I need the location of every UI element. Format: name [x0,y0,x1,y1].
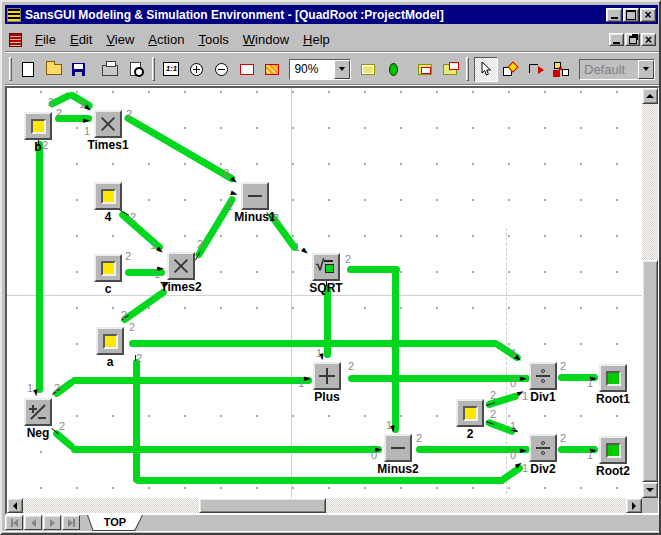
node-sqrt[interactable]: √ [312,253,340,281]
create-link-button[interactable] [525,57,548,82]
node-root1[interactable] [599,364,627,392]
node-plus[interactable] [313,362,341,390]
node-label: SQRT [296,281,356,295]
zoom-combo[interactable]: 90% [289,59,350,80]
document-icon[interactable] [9,33,22,47]
child-restore-icon[interactable] [625,33,640,46]
node-2[interactable] [456,399,484,427]
wire-plus-to-div1[interactable] [348,375,530,382]
wire-times1-to-minus1[interactable] [123,113,236,183]
scroll-right-icon[interactable] [626,498,642,513]
model-canvas[interactable]: √ b Times1 4 c Times2 Minus1 SQRT a Neg … [7,88,642,498]
zoom-in-button[interactable] [185,57,208,82]
node-div2[interactable] [529,434,557,462]
prev-sheet-icon[interactable] [24,515,42,530]
fit-window-icon [361,64,375,75]
first-sheet-icon[interactable] [5,515,23,530]
node-times2[interactable] [167,252,195,280]
actual-size-icon: 1:1 [163,62,179,76]
minus-icon [391,447,405,449]
hierarchy-icon [553,62,569,76]
chevron-down-icon[interactable] [334,60,350,79]
port-label: 2 [42,140,48,150]
wire-neg-to-minus2-b[interactable] [71,446,382,453]
node-neg[interactable] [24,398,52,426]
child-minimize-icon[interactable] [609,33,624,46]
menu-window[interactable]: Window [236,30,296,49]
variable-icon [31,119,46,134]
wire-neg-to-plus-b[interactable] [71,377,312,384]
wire-arrowhead [520,374,527,382]
last-sheet-icon[interactable] [62,515,80,530]
new-file-icon [22,62,34,77]
print-button[interactable] [99,57,122,82]
zoom-selection-icon [265,64,279,75]
close-icon[interactable] [640,8,656,22]
print-preview-button[interactable] [124,57,147,82]
pan-window-icon [418,64,432,75]
next-sheet-icon[interactable] [43,515,61,530]
port-label: 2 [59,421,65,431]
menu-file[interactable]: File [28,30,63,49]
zoom-out-button[interactable] [210,57,233,82]
title-bar[interactable]: SansGUI Modeling & Simulation Environmen… [5,5,658,24]
maximize-icon[interactable] [623,8,639,22]
child-close-icon[interactable] [641,33,656,46]
node-minus2[interactable] [384,434,412,462]
select-tool-button[interactable] [474,57,497,82]
toolbar-grip[interactable] [9,57,12,81]
save-button[interactable] [67,57,90,82]
wire-b-to-neg[interactable] [36,141,43,393]
pan-window-button[interactable] [413,57,436,82]
menu-tools[interactable]: Tools [191,30,235,49]
wire-arrowhead [520,446,527,454]
port-label: 1 [386,420,392,430]
wire-a-to-div2-b[interactable] [135,477,505,484]
node-div1[interactable] [529,362,557,390]
zoom-window-button[interactable] [235,57,258,82]
sheet-tab-top[interactable]: TOP [87,515,143,531]
open-button[interactable] [42,57,65,82]
zoom-selection-button[interactable] [260,57,283,82]
node-4[interactable] [94,182,122,210]
port-label: 2 [197,239,203,249]
node-c[interactable] [94,254,122,282]
menu-help[interactable]: Help [296,30,337,49]
result-icon [606,371,621,386]
hierarchy-button[interactable] [550,57,573,82]
node-minus1[interactable] [241,182,269,210]
port-label: 1 [510,421,516,431]
toolbar-grip[interactable] [466,57,469,81]
wire-sqrt-to-plus[interactable] [324,285,331,358]
node-root2[interactable] [599,436,627,464]
port-label: 1 [84,126,90,136]
create-object-button[interactable] [500,57,523,82]
node-b[interactable] [24,112,52,140]
wire-sqrt-to-minus2-b[interactable] [392,269,399,433]
fit-to-window-button[interactable] [357,57,380,82]
scroll-down-icon[interactable] [642,482,658,498]
port-label: 1 [79,99,85,109]
scroll-up-icon[interactable] [642,88,658,104]
port-label: 0 [371,450,377,460]
ellipse-tool-button[interactable] [382,57,405,82]
printer-icon [102,65,118,76]
actual-size-button[interactable]: 1:1 [160,57,183,82]
wire-arrowhead [304,374,311,382]
menu-edit[interactable]: Edit [63,30,99,49]
node-times1[interactable] [94,110,122,138]
toolbar-grip[interactable] [152,57,155,81]
port-label: 0 [510,378,516,388]
new-view-button[interactable] [438,57,461,82]
menu-action[interactable]: Action [141,30,191,49]
vscroll-thumb[interactable] [642,260,658,482]
wire-a-to-div1-a[interactable] [129,340,499,347]
hscroll-thumb[interactable] [199,498,326,513]
scroll-left-icon[interactable] [7,498,23,513]
port-label: 2 [54,383,60,393]
node-a[interactable] [96,327,124,355]
variable-icon [101,261,116,276]
new-button[interactable] [17,57,40,82]
menu-view[interactable]: View [99,30,141,49]
minimize-icon[interactable] [606,8,622,22]
